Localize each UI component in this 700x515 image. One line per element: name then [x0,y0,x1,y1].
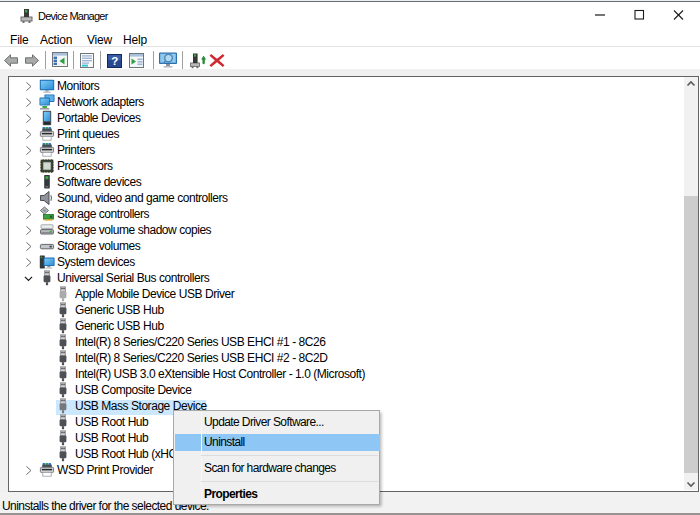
svg-text:?: ? [111,55,118,67]
